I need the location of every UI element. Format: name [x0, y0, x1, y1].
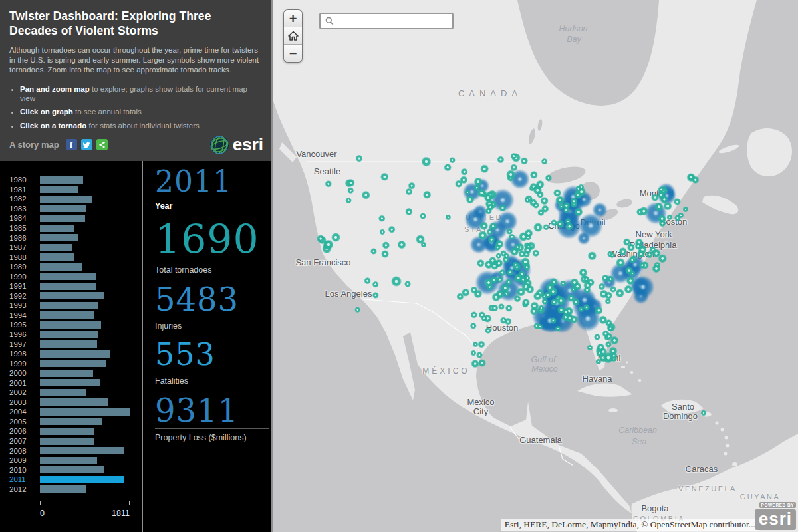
- chart-row-1987[interactable]: 1987: [0, 243, 142, 253]
- chart-row-1991[interactable]: 1991: [0, 281, 142, 291]
- tornado-marker[interactable]: [522, 298, 530, 306]
- chart-bar[interactable]: [40, 379, 100, 386]
- chart-bar[interactable]: [40, 263, 82, 271]
- chart-bar[interactable]: [40, 360, 106, 367]
- tornado-marker[interactable]: [479, 221, 489, 231]
- tornado-marker[interactable]: [346, 178, 355, 187]
- chart-bar[interactable]: [40, 283, 96, 290]
- tornado-marker[interactable]: [380, 173, 388, 181]
- tornado-marker[interactable]: [491, 262, 499, 270]
- tornado-marker[interactable]: [524, 246, 532, 254]
- tornado-marker[interactable]: [331, 233, 340, 242]
- tornado-marker[interactable]: [526, 285, 535, 294]
- tornado-marker[interactable]: [476, 352, 483, 358]
- tornado-marker[interactable]: [317, 235, 325, 243]
- tornado-marker[interactable]: [652, 264, 660, 273]
- chart-row-1981[interactable]: 1981: [0, 185, 142, 195]
- tornado-marker[interactable]: [505, 318, 512, 325]
- chart-row-2009[interactable]: 2009: [0, 456, 142, 466]
- tornado-marker[interactable]: [478, 359, 486, 367]
- chart-row-1982[interactable]: 1982: [0, 194, 142, 204]
- chart-row-2005[interactable]: 2005: [0, 417, 142, 427]
- tornado-marker[interactable]: [666, 214, 672, 220]
- tornado-marker[interactable]: [549, 287, 558, 297]
- tornado-marker[interactable]: [391, 276, 402, 287]
- tornado-marker[interactable]: [683, 207, 689, 213]
- tornado-marker[interactable]: [382, 241, 390, 249]
- tornado-marker[interactable]: [541, 158, 548, 166]
- tornado-marker[interactable]: [555, 325, 561, 331]
- tornado-marker[interactable]: [346, 198, 352, 204]
- tornado-marker[interactable]: [485, 279, 493, 287]
- tornado-marker[interactable]: [505, 279, 512, 285]
- tornado-marker[interactable]: [595, 307, 602, 315]
- home-button[interactable]: [284, 27, 302, 45]
- chart-bar[interactable]: [40, 418, 102, 425]
- tornado-marker[interactable]: [372, 281, 380, 288]
- tornado-marker[interactable]: [470, 323, 477, 329]
- chart-bar[interactable]: [40, 215, 85, 222]
- tornado-marker[interactable]: [470, 350, 476, 356]
- tornado-marker[interactable]: [499, 269, 506, 277]
- tornado-marker[interactable]: [533, 202, 539, 209]
- tornado-marker[interactable]: [505, 305, 512, 311]
- tornado-marker[interactable]: [530, 171, 538, 179]
- chart-bar[interactable]: [40, 225, 74, 232]
- tornado-marker[interactable]: [524, 229, 533, 237]
- tornado-marker[interactable]: [688, 174, 694, 180]
- chart-row-1996[interactable]: 1996: [0, 330, 142, 340]
- tornado-marker[interactable]: [460, 176, 467, 184]
- tornado-marker[interactable]: [583, 304, 590, 311]
- chart-bar[interactable]: [40, 457, 97, 464]
- tornado-marker[interactable]: [461, 168, 468, 176]
- chart-row-1992[interactable]: 1992: [0, 291, 142, 301]
- violent-tornado-marker[interactable]: [593, 203, 607, 217]
- zoom-out-button[interactable]: −: [284, 45, 302, 62]
- tornado-marker[interactable]: [543, 224, 549, 230]
- chart-row-2004[interactable]: 2004: [0, 407, 142, 417]
- tornado-marker[interactable]: [379, 229, 385, 235]
- tornado-marker[interactable]: [588, 251, 597, 260]
- tornado-marker[interactable]: [619, 247, 628, 256]
- tornado-marker[interactable]: [518, 271, 525, 278]
- tornado-marker[interactable]: [494, 244, 501, 251]
- tornado-marker[interactable]: [348, 187, 354, 194]
- tornado-marker[interactable]: [603, 352, 614, 364]
- chart-bar[interactable]: [40, 370, 93, 377]
- chart-row-1998[interactable]: 1998: [0, 349, 142, 359]
- chart-row-1988[interactable]: 1988: [0, 252, 142, 262]
- tornado-marker[interactable]: [408, 182, 416, 190]
- tornado-marker[interactable]: [388, 226, 396, 233]
- chart-row-1989[interactable]: 1989: [0, 262, 142, 272]
- tornado-marker[interactable]: [324, 240, 334, 250]
- tornado-marker[interactable]: [570, 286, 576, 292]
- tornado-marker[interactable]: [616, 289, 625, 298]
- tornado-marker[interactable]: [545, 174, 552, 181]
- tornado-marker[interactable]: [658, 219, 666, 227]
- tornado-marker[interactable]: [456, 293, 464, 300]
- chart-bar[interactable]: [40, 321, 101, 329]
- tornado-marker[interactable]: [325, 180, 331, 187]
- tornado-marker[interactable]: [538, 305, 544, 311]
- tornado-marker[interactable]: [532, 249, 540, 257]
- tornado-marker[interactable]: [497, 156, 504, 164]
- chart-bar[interactable]: [40, 438, 94, 445]
- chart-bar[interactable]: [40, 244, 72, 251]
- tornado-marker[interactable]: [423, 190, 432, 199]
- tornado-marker[interactable]: [445, 214, 451, 220]
- tornado-marker[interactable]: [492, 293, 501, 302]
- chart-row-2011[interactable]: 2011: [0, 475, 142, 485]
- chart-bar[interactable]: [40, 398, 108, 406]
- tornado-marker[interactable]: [484, 194, 493, 202]
- tornado-marker[interactable]: [510, 247, 519, 256]
- chart-row-1980[interactable]: 1980: [0, 175, 142, 185]
- tornado-marker[interactable]: [498, 303, 505, 310]
- chart-bar[interactable]: [40, 428, 94, 435]
- chart-bar[interactable]: [40, 476, 124, 483]
- zoom-in-button[interactable]: +: [284, 10, 302, 27]
- tornado-marker[interactable]: [364, 277, 371, 285]
- tornado-marker[interactable]: [416, 235, 425, 244]
- tornado-marker[interactable]: [478, 340, 485, 348]
- tornado-marker[interactable]: [405, 208, 412, 215]
- chart-row-1994[interactable]: 1994: [0, 311, 142, 321]
